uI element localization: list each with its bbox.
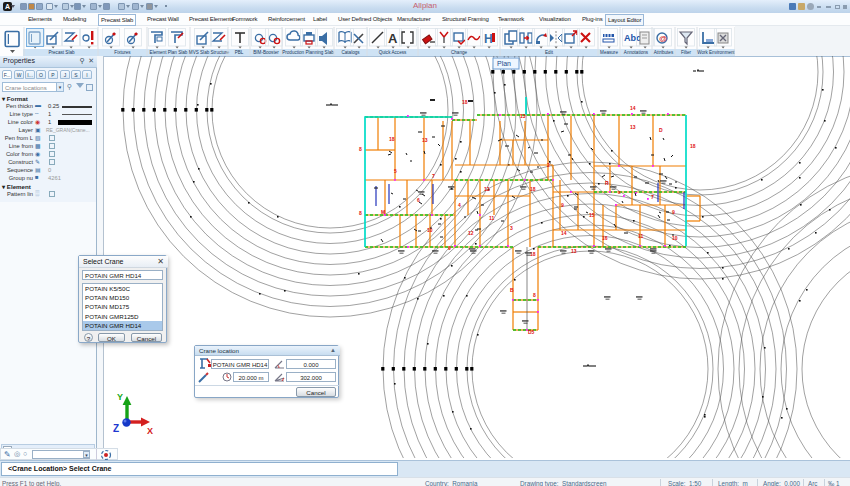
svg-text:11: 11 <box>489 215 495 221</box>
svg-text:Quick Access: Quick Access <box>379 50 407 55</box>
svg-text:Annotations: Annotations <box>624 50 649 55</box>
svg-text:2: 2 <box>547 162 550 168</box>
svg-text:4: 4 <box>458 202 461 208</box>
svg-text:PBL: PBL <box>235 50 244 55</box>
svg-text:MVS Slab Structure: MVS Slab Structure <box>189 50 230 55</box>
svg-text:Work Environment: Work Environment <box>697 50 735 55</box>
svg-text:A: A <box>388 31 398 46</box>
svg-text:13: 13 <box>630 124 636 130</box>
svg-text:5: 5 <box>394 168 397 174</box>
svg-text:11: 11 <box>638 233 644 239</box>
svg-text:D5: D5 <box>528 329 535 335</box>
svg-text:14: 14 <box>630 105 636 111</box>
svg-text:18: 18 <box>690 143 696 149</box>
svg-text:9: 9 <box>561 202 564 208</box>
svg-text:Catalogs: Catalogs <box>341 50 360 55</box>
svg-text:Filter: Filter <box>681 50 692 55</box>
svg-text:8: 8 <box>533 292 536 298</box>
svg-text:Element Plan Slab: Element Plan Slab <box>150 50 188 55</box>
svg-text:10: 10 <box>672 235 678 241</box>
svg-text:R: R <box>605 180 609 186</box>
svg-text:7: 7 <box>651 194 654 200</box>
svg-text:9: 9 <box>448 245 451 251</box>
svg-text:7: 7 <box>432 173 435 179</box>
svg-text:Plan: Plan <box>497 60 511 67</box>
svg-text:18: 18 <box>530 186 536 192</box>
svg-text:x: x <box>618 189 621 195</box>
svg-text:8: 8 <box>359 210 362 216</box>
svg-text:Measure: Measure <box>600 50 618 55</box>
svg-text:13: 13 <box>571 248 577 254</box>
svg-text:@: @ <box>659 34 667 43</box>
svg-text:Z: Z <box>113 423 119 434</box>
svg-text:BIM-Booster: BIM-Booster <box>253 50 279 55</box>
svg-text:Edit: Edit <box>545 50 554 55</box>
svg-text:13: 13 <box>422 137 428 143</box>
svg-text:X: X <box>147 426 153 436</box>
svg-text:18: 18 <box>462 99 468 105</box>
svg-text:Fixtures: Fixtures <box>114 50 131 55</box>
svg-text:Y: Y <box>117 392 123 402</box>
svg-text:Attributes: Attributes <box>654 50 674 55</box>
svg-text:15: 15 <box>589 212 595 218</box>
svg-text:18: 18 <box>389 136 395 142</box>
svg-text:9: 9 <box>672 209 675 215</box>
svg-text:16: 16 <box>602 235 608 241</box>
svg-text:Change: Change <box>451 50 468 55</box>
svg-text:14: 14 <box>561 230 567 236</box>
svg-text:12: 12 <box>484 186 490 192</box>
svg-text:H: H <box>484 32 493 46</box>
svg-text:12: 12 <box>468 230 474 236</box>
svg-text:Precast Slab: Precast Slab <box>48 50 74 55</box>
svg-text:13: 13 <box>520 113 526 119</box>
svg-text:D: D <box>659 127 663 133</box>
svg-text:Production Planning Slab: Production Planning Slab <box>282 50 334 55</box>
svg-text:Abc: Abc <box>624 33 641 43</box>
svg-text:B: B <box>510 287 514 293</box>
svg-text:M: M <box>381 209 385 215</box>
svg-text:3: 3 <box>510 225 513 231</box>
svg-text:8: 8 <box>359 146 362 152</box>
svg-text:18: 18 <box>530 251 536 257</box>
